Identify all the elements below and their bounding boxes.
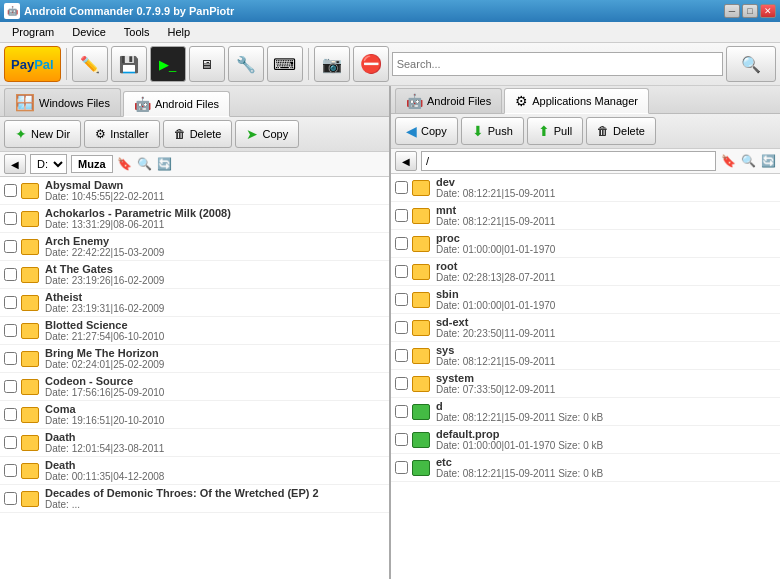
installer-button[interactable]: ⚙ Installer	[84, 120, 160, 148]
list-item[interactable]: Abysmal Dawn Date: 10:45:55|22-02-2011	[0, 177, 389, 205]
file-checkbox[interactable]	[395, 433, 408, 446]
list-item[interactable]: proc Date: 01:00:00|01-01-1970	[391, 230, 780, 258]
list-item[interactable]: At The Gates Date: 23:19:26|16-02-2009	[0, 261, 389, 289]
file-checkbox[interactable]	[395, 405, 408, 418]
file-checkbox[interactable]	[395, 181, 408, 194]
right-back-button[interactable]: ◀	[395, 151, 417, 171]
list-item[interactable]: root Date: 02:28:13|28-07-2011	[391, 258, 780, 286]
wrench-tool-button[interactable]: 🔧	[228, 46, 264, 82]
tab-android-files-left[interactable]: 🤖 Android Files	[123, 91, 230, 117]
search-go-button[interactable]: 🔍	[726, 46, 776, 82]
right-file-list[interactable]: dev Date: 08:12:21|15-09-2011 mnt Date: …	[391, 174, 780, 579]
folder-icon	[21, 351, 39, 367]
list-item[interactable]: Bring Me The Horizon Date: 02:24:01|25-0…	[0, 345, 389, 373]
list-item[interactable]: Death Date: 00:11:35|04-12-2008	[0, 457, 389, 485]
delete-right-button[interactable]: 🗑 Delete	[586, 117, 656, 145]
stop-tool-button[interactable]: ⛔	[353, 46, 389, 82]
file-checkbox[interactable]	[4, 324, 17, 337]
list-item[interactable]: sbin Date: 01:00:00|01-01-1970	[391, 286, 780, 314]
monitor-tool-button[interactable]: 🖥	[189, 46, 225, 82]
menu-program[interactable]: Program	[4, 24, 62, 40]
file-checkbox[interactable]	[395, 265, 408, 278]
file-checkbox[interactable]	[4, 380, 17, 393]
file-checkbox[interactable]	[4, 268, 17, 281]
window-controls[interactable]: ─ □ ✕	[724, 4, 776, 18]
list-item[interactable]: sys Date: 08:12:21|15-09-2011	[391, 342, 780, 370]
file-checkbox[interactable]	[4, 184, 17, 197]
file-checkbox[interactable]	[4, 408, 17, 421]
tab-apps-label: Applications Manager	[532, 95, 638, 107]
list-item[interactable]: dev Date: 08:12:21|15-09-2011	[391, 174, 780, 202]
paypal-button[interactable]: PayPal	[4, 46, 61, 82]
copy-right-icon: ◀	[406, 123, 417, 139]
tab-windows-label: Windows Files	[39, 97, 110, 109]
push-button[interactable]: ⬇ Push	[461, 117, 524, 145]
list-item[interactable]: Blotted Science Date: 21:27:54|06-10-201…	[0, 317, 389, 345]
list-item[interactable]: Arch Enemy Date: 22:42:22|15-03-2009	[0, 233, 389, 261]
file-checkbox[interactable]	[395, 237, 408, 250]
tab-windows-files[interactable]: 🪟 Windows Files	[4, 88, 121, 116]
file-checkbox[interactable]	[4, 240, 17, 253]
list-item[interactable]: d Date: 08:12:21|15-09-2011 Size: 0 kB	[391, 398, 780, 426]
maximize-button[interactable]: □	[742, 4, 758, 18]
file-checkbox[interactable]	[4, 492, 17, 505]
toolbar-separator-1	[66, 48, 67, 80]
file-checkbox[interactable]	[395, 349, 408, 362]
list-item[interactable]: Codeon - Source Date: 17:56:16|25-09-201…	[0, 373, 389, 401]
disk-tool-button[interactable]: 💾	[111, 46, 147, 82]
file-checkbox[interactable]	[395, 321, 408, 334]
app-icon: 🤖	[4, 3, 20, 19]
list-item[interactable]: default.prop Date: 01:00:00|01-01-1970 S…	[391, 426, 780, 454]
pen-tool-button[interactable]: ✏️	[72, 46, 108, 82]
pull-button[interactable]: ⬆ Pull	[527, 117, 583, 145]
search-path-icon[interactable]: 🔍	[137, 156, 153, 172]
tab-android-files-right[interactable]: 🤖 Android Files	[395, 88, 502, 113]
folder-icon	[21, 211, 39, 227]
list-item[interactable]: Atheist Date: 23:19:31|16-02-2009	[0, 289, 389, 317]
close-button[interactable]: ✕	[760, 4, 776, 18]
list-item[interactable]: Coma Date: 19:16:51|20-10-2010	[0, 401, 389, 429]
list-item[interactable]: Decades of Demonic Throes: Of the Wretch…	[0, 485, 389, 513]
menu-tools[interactable]: Tools	[116, 24, 158, 40]
menu-help[interactable]: Help	[160, 24, 199, 40]
list-item[interactable]: sd-ext Date: 20:23:50|11-09-2011	[391, 314, 780, 342]
copy-left-button[interactable]: ➤ Copy	[235, 120, 299, 148]
keys-tool-button[interactable]: ⌨	[267, 46, 303, 82]
new-dir-button[interactable]: ✦ New Dir	[4, 120, 81, 148]
folder-icon	[21, 323, 39, 339]
refresh-right-icon[interactable]: 🔄	[760, 153, 776, 169]
delete-left-button[interactable]: 🗑 Delete	[163, 120, 233, 148]
app-title: Android Commander 0.7.9.9 by PanPiotr	[24, 5, 234, 17]
left-back-button[interactable]: ◀	[4, 154, 26, 174]
file-checkbox[interactable]	[4, 212, 17, 225]
right-path-input[interactable]	[421, 151, 716, 171]
delete-left-icon: 🗑	[174, 127, 186, 141]
search-input[interactable]	[392, 52, 723, 76]
list-item[interactable]: Daath Date: 12:01:54|23-08-2011	[0, 429, 389, 457]
minimize-button[interactable]: ─	[724, 4, 740, 18]
list-item[interactable]: Achokarlos - Parametric Milk (2008) Date…	[0, 205, 389, 233]
file-checkbox[interactable]	[395, 209, 408, 222]
file-checkbox[interactable]	[395, 461, 408, 474]
list-item[interactable]: etc Date: 08:12:21|15-09-2011 Size: 0 kB	[391, 454, 780, 482]
terminal-tool-button[interactable]: ▶_	[150, 46, 186, 82]
file-info: root Date: 02:28:13|28-07-2011	[436, 260, 555, 283]
copy-right-button[interactable]: ◀ Copy	[395, 117, 458, 145]
search-right-icon[interactable]: 🔍	[740, 153, 756, 169]
file-checkbox[interactable]	[4, 352, 17, 365]
camera-tool-button[interactable]: 📷	[314, 46, 350, 82]
tab-applications-manager[interactable]: ⚙ Applications Manager	[504, 88, 649, 114]
file-checkbox[interactable]	[395, 293, 408, 306]
list-item[interactable]: mnt Date: 08:12:21|15-09-2011	[391, 202, 780, 230]
drive-selector[interactable]: D:	[30, 154, 67, 174]
file-checkbox[interactable]	[4, 464, 17, 477]
list-item[interactable]: system Date: 07:33:50|12-09-2011	[391, 370, 780, 398]
file-checkbox[interactable]	[4, 436, 17, 449]
file-checkbox[interactable]	[4, 296, 17, 309]
left-file-list[interactable]: Abysmal Dawn Date: 10:45:55|22-02-2011 A…	[0, 177, 389, 579]
folder-icon	[21, 491, 39, 507]
refresh-left-icon[interactable]: 🔄	[157, 156, 173, 172]
menu-device[interactable]: Device	[64, 24, 114, 40]
folder-icon	[412, 208, 430, 224]
file-checkbox[interactable]	[395, 377, 408, 390]
